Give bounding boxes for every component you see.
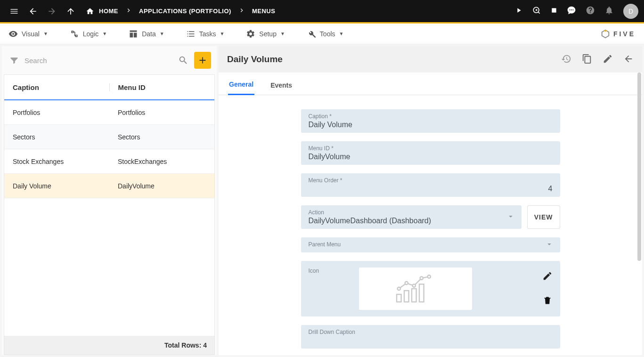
bell-icon[interactable]	[604, 6, 614, 16]
menubar-setup[interactable]: Setup▼	[246, 29, 285, 39]
menubar-visual[interactable]: Visual▼	[8, 29, 48, 39]
search-icon[interactable]	[178, 55, 188, 65]
chevron-down-icon	[545, 240, 554, 250]
section-menubar: Visual▼ Logic▼ Data▼ Tasks▼ Setup▼ Tools…	[0, 24, 644, 44]
forward-arrow-icon	[43, 3, 60, 20]
footer-label: Total Rows:	[164, 341, 201, 349]
detail-panel: Daily Volume General Events Caption * Da…	[219, 46, 642, 355]
back-icon[interactable]	[623, 54, 634, 65]
menubar-tasks[interactable]: Tasks▼	[186, 29, 225, 39]
search-input[interactable]	[24, 57, 172, 65]
menubar-tasks-label: Tasks	[199, 30, 216, 38]
field-value: DailyVolumeDashboard (Dashboard)	[309, 217, 514, 225]
avatar-letter: D	[628, 8, 633, 15]
edit-icon[interactable]	[603, 54, 613, 65]
cell-caption: Portfolios	[4, 109, 109, 116]
breadcrumb-home-label: HOME	[99, 8, 118, 15]
filter-icon[interactable]	[9, 56, 19, 65]
help-icon[interactable]	[586, 6, 595, 16]
chevron-right-icon	[238, 7, 245, 16]
menuid-field[interactable]: Menu ID * DailyVolume	[301, 141, 560, 165]
breadcrumb-applications[interactable]: APPLICATIONS (PORTFOLIO)	[134, 8, 236, 15]
inspect-icon[interactable]	[532, 6, 541, 16]
parentmenu-field[interactable]: Parent Menu	[301, 237, 560, 252]
cell-caption: Daily Volume	[4, 182, 109, 190]
tab-general[interactable]: General	[228, 75, 254, 95]
menubar-tools[interactable]: Tools▼	[307, 29, 344, 39]
footer-count: 4	[203, 341, 207, 349]
icon-preview	[359, 268, 472, 310]
avatar[interactable]: D	[623, 4, 638, 19]
drilldown-field[interactable]: Drill Down Caption	[301, 325, 560, 349]
cell-menuid: StockExchanges	[109, 158, 214, 165]
breadcrumb-menus-label: MENUS	[252, 8, 275, 15]
menubar-setup-label: Setup	[259, 30, 277, 38]
menubar-data[interactable]: Data▼	[129, 29, 164, 39]
brand-glyph-icon	[600, 29, 611, 39]
cell-caption: Sectors	[4, 133, 109, 141]
field-value: 4	[309, 185, 553, 193]
detail-header: Daily Volume	[219, 46, 642, 73]
svg-point-8	[427, 275, 430, 278]
svg-rect-3	[419, 284, 424, 302]
svg-point-5	[405, 282, 408, 284]
list-panel: Caption Menu ID Portfolios Portfolios Se…	[2, 46, 217, 355]
cell-menuid: DailyVolume	[109, 182, 214, 190]
field-label: Icon	[309, 268, 319, 274]
delete-icon[interactable]	[543, 296, 552, 307]
field-label: Parent Menu	[309, 241, 553, 248]
brand-logo: FIVE	[600, 29, 636, 39]
back-arrow-icon[interactable]	[24, 3, 41, 20]
form-area: Caption * Daily Volume Menu ID * DailyVo…	[219, 95, 642, 355]
col-header-menuid[interactable]: Menu ID	[110, 83, 215, 91]
grid-body: Portfolios Portfolios Sectors Sectors St…	[4, 100, 214, 336]
breadcrumb-home[interactable]: HOME	[81, 7, 123, 16]
view-button-label: VIEW	[534, 213, 553, 221]
table-row[interactable]: Stock Exchanges StockExchanges	[4, 149, 214, 174]
field-label: Drill Down Caption	[309, 329, 553, 335]
grid-header: Caption Menu ID	[4, 75, 214, 100]
edit-icon[interactable]	[542, 271, 553, 283]
play-icon[interactable]	[515, 7, 522, 16]
chevron-right-icon	[125, 7, 132, 16]
field-label: Menu ID *	[309, 145, 553, 152]
scrollbar[interactable]	[637, 73, 641, 261]
svg-rect-2	[412, 289, 416, 302]
menuorder-field[interactable]: Menu Order * 4	[301, 173, 560, 197]
cell-menuid: Portfolios	[109, 109, 214, 116]
menubar-logic[interactable]: Logic▼	[70, 29, 107, 39]
menubar-tools-label: Tools	[320, 30, 335, 38]
table-row[interactable]: Sectors Sectors	[4, 125, 214, 149]
copy-icon[interactable]	[582, 54, 592, 65]
hamburger-icon[interactable]	[6, 3, 23, 20]
table-row[interactable]: Daily Volume DailyVolume	[4, 174, 214, 198]
field-value	[309, 336, 553, 345]
field-value: Daily Volume	[309, 121, 553, 129]
caption-field[interactable]: Caption * Daily Volume	[301, 109, 560, 133]
action-field[interactable]: Action DailyVolumeDashboard (Dashboard)	[301, 205, 522, 229]
menubar-visual-label: Visual	[22, 30, 40, 38]
dashboard-chart-icon	[393, 273, 438, 305]
page-title: Daily Volume	[227, 54, 283, 65]
search-row	[2, 46, 217, 74]
history-icon[interactable]	[561, 54, 571, 65]
tab-events[interactable]: Events	[269, 76, 293, 95]
col-header-caption[interactable]: Caption	[4, 83, 110, 91]
table-row[interactable]: Portfolios Portfolios	[4, 100, 214, 125]
stop-icon[interactable]	[551, 7, 557, 15]
add-button[interactable]	[194, 52, 211, 69]
breadcrumb-menus[interactable]: MENUS	[247, 8, 280, 15]
chat-icon[interactable]	[567, 6, 576, 16]
menubar-logic-label: Logic	[83, 30, 98, 38]
chevron-down-icon	[506, 212, 515, 222]
field-value: DailyVolume	[309, 153, 553, 161]
view-button[interactable]: VIEW	[527, 205, 560, 229]
top-nav-bar: HOME APPLICATIONS (PORTFOLIO) MENUS D	[0, 0, 644, 22]
up-arrow-icon[interactable]	[62, 3, 79, 20]
field-label: Action	[309, 209, 514, 216]
workspace: Caption Menu ID Portfolios Portfolios Se…	[0, 44, 644, 357]
breadcrumb-applications-label: APPLICATIONS (PORTFOLIO)	[139, 8, 231, 15]
field-label: Caption *	[309, 113, 553, 120]
svg-point-4	[397, 287, 400, 290]
icon-field[interactable]: Icon	[301, 261, 560, 316]
